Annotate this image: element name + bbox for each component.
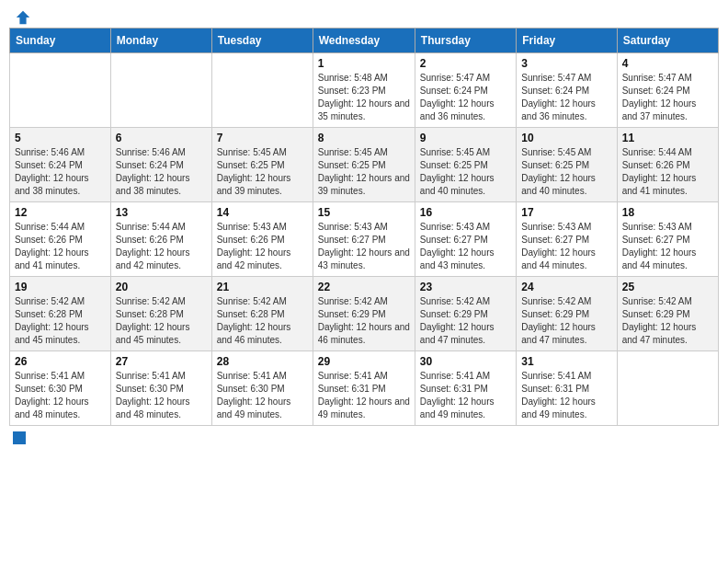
day-number: 11 <box>622 132 713 144</box>
day-number: 13 <box>116 206 207 219</box>
calendar-cell: 12Sunrise: 5:44 AMSunset: 6:26 PMDayligh… <box>10 202 111 277</box>
day-info: Sunrise: 5:46 AMSunset: 6:24 PMDaylight:… <box>116 146 207 198</box>
day-number: 23 <box>420 281 511 293</box>
day-info: Sunrise: 5:44 AMSunset: 6:26 PMDaylight:… <box>15 221 106 272</box>
day-info: Sunrise: 5:42 AMSunset: 6:28 PMDaylight:… <box>116 295 207 347</box>
day-info: Sunrise: 5:41 AMSunset: 6:30 PMDaylight:… <box>116 370 207 421</box>
calendar-cell <box>617 351 718 426</box>
calendar-cell: 8Sunrise: 5:45 AMSunset: 6:25 PMDaylight… <box>313 128 415 202</box>
day-number: 19 <box>15 281 106 293</box>
day-info: Sunrise: 5:41 AMSunset: 6:30 PMDaylight:… <box>15 370 106 421</box>
logo <box>13 9 31 22</box>
day-info: Sunrise: 5:42 AMSunset: 6:29 PMDaylight:… <box>521 295 611 347</box>
calendar-week-row: 19Sunrise: 5:42 AMSunset: 6:28 PMDayligh… <box>10 277 719 351</box>
calendar-week-row: 12Sunrise: 5:44 AMSunset: 6:26 PMDayligh… <box>10 202 719 277</box>
calendar-cell: 7Sunrise: 5:45 AMSunset: 6:25 PMDaylight… <box>211 128 313 202</box>
day-number: 1 <box>318 57 410 70</box>
day-info: Sunrise: 5:47 AMSunset: 6:24 PMDaylight:… <box>521 72 611 123</box>
calendar-cell: 9Sunrise: 5:45 AMSunset: 6:25 PMDaylight… <box>415 128 516 202</box>
day-info: Sunrise: 5:42 AMSunset: 6:28 PMDaylight:… <box>15 295 106 347</box>
calendar-cell: 1Sunrise: 5:48 AMSunset: 6:23 PMDaylight… <box>313 53 415 128</box>
logo-icon <box>15 9 31 26</box>
day-info: Sunrise: 5:41 AMSunset: 6:31 PMDaylight:… <box>318 370 410 421</box>
calendar-cell: 30Sunrise: 5:41 AMSunset: 6:31 PMDayligh… <box>415 351 516 426</box>
calendar-day-header: Wednesday <box>313 29 415 53</box>
day-number: 27 <box>116 355 207 368</box>
calendar-week-row: 5Sunrise: 5:46 AMSunset: 6:24 PMDaylight… <box>10 128 719 202</box>
calendar-day-header: Friday <box>517 29 617 53</box>
calendar-cell: 11Sunrise: 5:44 AMSunset: 6:26 PMDayligh… <box>617 128 718 202</box>
day-number: 30 <box>420 355 511 368</box>
day-number: 2 <box>420 57 511 70</box>
calendar-cell <box>211 53 313 128</box>
day-info: Sunrise: 5:48 AMSunset: 6:23 PMDaylight:… <box>318 72 410 123</box>
calendar-day-header: Saturday <box>617 29 718 53</box>
calendar-day-header: Monday <box>110 29 211 53</box>
day-info: Sunrise: 5:45 AMSunset: 6:25 PMDaylight:… <box>420 146 511 198</box>
day-number: 14 <box>217 206 308 219</box>
calendar-cell: 19Sunrise: 5:42 AMSunset: 6:28 PMDayligh… <box>10 277 111 351</box>
day-number: 29 <box>318 355 410 368</box>
calendar-cell: 27Sunrise: 5:41 AMSunset: 6:30 PMDayligh… <box>110 351 211 426</box>
calendar-cell: 3Sunrise: 5:47 AMSunset: 6:24 PMDaylight… <box>517 53 617 128</box>
calendar-cell: 20Sunrise: 5:42 AMSunset: 6:28 PMDayligh… <box>110 277 211 351</box>
calendar-cell: 28Sunrise: 5:41 AMSunset: 6:30 PMDayligh… <box>211 351 313 426</box>
day-number: 12 <box>15 206 106 219</box>
day-number: 20 <box>116 281 207 293</box>
calendar-cell: 18Sunrise: 5:43 AMSunset: 6:27 PMDayligh… <box>617 202 718 277</box>
day-number: 25 <box>622 281 713 293</box>
calendar-cell: 5Sunrise: 5:46 AMSunset: 6:24 PMDaylight… <box>10 128 111 202</box>
calendar-cell: 29Sunrise: 5:41 AMSunset: 6:31 PMDayligh… <box>313 351 415 426</box>
calendar-cell: 21Sunrise: 5:42 AMSunset: 6:28 PMDayligh… <box>211 277 313 351</box>
page-header <box>9 9 719 22</box>
day-info: Sunrise: 5:45 AMSunset: 6:25 PMDaylight:… <box>318 146 410 198</box>
calendar-footer <box>9 431 719 444</box>
day-info: Sunrise: 5:45 AMSunset: 6:25 PMDaylight:… <box>217 146 308 198</box>
calendar-day-header: Tuesday <box>211 29 313 53</box>
day-number: 15 <box>318 206 410 219</box>
calendar-cell: 23Sunrise: 5:42 AMSunset: 6:29 PMDayligh… <box>415 277 516 351</box>
day-number: 7 <box>217 132 308 144</box>
daylight-legend-box <box>13 431 26 444</box>
calendar-week-row: 1Sunrise: 5:48 AMSunset: 6:23 PMDaylight… <box>10 53 719 128</box>
day-number: 5 <box>15 132 106 144</box>
day-info: Sunrise: 5:47 AMSunset: 6:24 PMDaylight:… <box>420 72 511 123</box>
calendar-cell: 22Sunrise: 5:42 AMSunset: 6:29 PMDayligh… <box>313 277 415 351</box>
day-info: Sunrise: 5:47 AMSunset: 6:24 PMDaylight:… <box>622 72 713 123</box>
day-info: Sunrise: 5:45 AMSunset: 6:25 PMDaylight:… <box>521 146 611 198</box>
day-info: Sunrise: 5:42 AMSunset: 6:29 PMDaylight:… <box>420 295 511 347</box>
day-info: Sunrise: 5:41 AMSunset: 6:31 PMDaylight:… <box>521 370 611 421</box>
day-info: Sunrise: 5:43 AMSunset: 6:27 PMDaylight:… <box>622 221 713 272</box>
day-number: 17 <box>521 206 611 219</box>
day-number: 22 <box>318 281 410 293</box>
calendar-cell: 15Sunrise: 5:43 AMSunset: 6:27 PMDayligh… <box>313 202 415 277</box>
calendar-cell: 17Sunrise: 5:43 AMSunset: 6:27 PMDayligh… <box>517 202 617 277</box>
svg-marker-0 <box>17 11 29 24</box>
day-info: Sunrise: 5:42 AMSunset: 6:29 PMDaylight:… <box>622 295 713 347</box>
day-number: 3 <box>521 57 611 70</box>
day-info: Sunrise: 5:44 AMSunset: 6:26 PMDaylight:… <box>622 146 713 198</box>
day-number: 6 <box>116 132 207 144</box>
day-number: 21 <box>217 281 308 293</box>
day-info: Sunrise: 5:43 AMSunset: 6:26 PMDaylight:… <box>217 221 308 272</box>
calendar-table: SundayMondayTuesdayWednesdayThursdayFrid… <box>9 28 719 426</box>
calendar-cell <box>110 53 211 128</box>
day-info: Sunrise: 5:43 AMSunset: 6:27 PMDaylight:… <box>420 221 511 272</box>
calendar-day-header: Sunday <box>10 29 111 53</box>
day-number: 8 <box>318 132 410 144</box>
day-info: Sunrise: 5:41 AMSunset: 6:30 PMDaylight:… <box>217 370 308 421</box>
calendar-cell: 25Sunrise: 5:42 AMSunset: 6:29 PMDayligh… <box>617 277 718 351</box>
day-number: 28 <box>217 355 308 368</box>
day-info: Sunrise: 5:44 AMSunset: 6:26 PMDaylight:… <box>116 221 207 272</box>
day-number: 16 <box>420 206 511 219</box>
calendar-cell <box>10 53 111 128</box>
calendar-cell: 4Sunrise: 5:47 AMSunset: 6:24 PMDaylight… <box>617 53 718 128</box>
day-number: 31 <box>521 355 611 368</box>
day-number: 24 <box>521 281 611 293</box>
day-number: 9 <box>420 132 511 144</box>
day-info: Sunrise: 5:43 AMSunset: 6:27 PMDaylight:… <box>318 221 410 272</box>
day-number: 10 <box>521 132 611 144</box>
calendar-week-row: 26Sunrise: 5:41 AMSunset: 6:30 PMDayligh… <box>10 351 719 426</box>
day-info: Sunrise: 5:46 AMSunset: 6:24 PMDaylight:… <box>15 146 106 198</box>
calendar-header-row: SundayMondayTuesdayWednesdayThursdayFrid… <box>10 29 719 53</box>
